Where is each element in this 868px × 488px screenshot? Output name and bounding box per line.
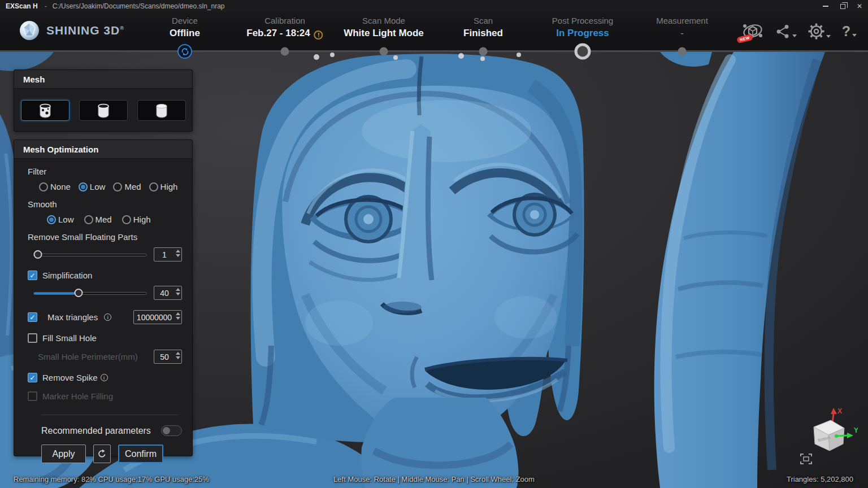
mesh-panel-title: Mesh (14, 70, 192, 89)
spinner-arrows[interactable] (176, 250, 180, 257)
max-triangles-label: Max triangles (47, 312, 98, 322)
max-triangles-info-icon[interactable]: i (104, 313, 111, 321)
gizmo-y-label: Y (854, 426, 858, 434)
fill-small-hole-checkbox[interactable] (28, 333, 37, 343)
fill-small-hole-label: Fill Small Hole (42, 333, 97, 343)
calibration-dot[interactable] (281, 47, 289, 56)
simplification-row[interactable]: ✓ Simplification (28, 271, 192, 280)
reset-button[interactable] (93, 445, 111, 463)
remove-floating-parts-label: Remove Small Floating Parts (28, 232, 192, 242)
cylinder-closed-icon (152, 102, 171, 119)
smooth-high-radio[interactable]: High (122, 215, 151, 224)
mesh-type-watertight-button[interactable] (137, 100, 186, 121)
radio-icon (113, 182, 122, 191)
marker-hole-filling-label: Marker Hole Filling (42, 391, 113, 401)
share-button[interactable] (775, 24, 797, 39)
spin-down-icon[interactable] (176, 293, 180, 295)
cylinder-open-icon (94, 102, 113, 119)
mesh-type-unwatertight-button[interactable] (21, 100, 70, 121)
settings-caret-icon (826, 35, 831, 38)
mesh-type-semi-watertight-button[interactable] (79, 100, 128, 121)
recommended-parameters-toggle[interactable] (161, 425, 182, 436)
file-path: C:/Users/Joakim/Documents/Scans/dmeo/dme… (53, 2, 225, 10)
floating-parts-slider[interactable] (33, 250, 147, 259)
apply-button[interactable]: Apply (41, 445, 86, 463)
settings-button[interactable] (808, 23, 831, 40)
slider-knob[interactable] (75, 289, 83, 297)
max-triangles-value[interactable] (133, 310, 182, 324)
workflow-step-device[interactable]: Device Offline (170, 16, 200, 39)
spin-up-icon[interactable] (176, 250, 180, 252)
max-triangles-input[interactable] (133, 310, 182, 324)
workflow-step-post-processing[interactable]: Post Processing In Progress (552, 16, 613, 39)
measurement-dot[interactable] (678, 47, 687, 56)
max-triangles-row: ✓ Max triangles i (28, 310, 182, 324)
recommended-parameters-label: Recommended parameters (41, 426, 151, 436)
smooth-low-radio[interactable]: Low (47, 215, 74, 224)
orientation-gizmo[interactable]: X Bottom Y (801, 407, 858, 460)
simplification-checkbox[interactable]: ✓ (28, 271, 37, 280)
max-triangles-checkbox[interactable]: ✓ (28, 312, 37, 322)
confirm-button[interactable]: Confirm (118, 445, 163, 463)
radio-label: Med (96, 215, 112, 224)
remove-spike-row[interactable]: ✓ Remove Spike i (28, 373, 192, 382)
slider-knob[interactable] (34, 250, 42, 259)
remove-spike-checkbox[interactable]: ✓ (28, 373, 37, 382)
floating-parts-value[interactable] (154, 247, 182, 262)
step-value: In Progress (552, 28, 613, 39)
radio-label: High (160, 182, 178, 191)
spin-up-icon[interactable] (176, 352, 180, 355)
post-processing-dot[interactable] (575, 43, 591, 60)
brand-name: SHINING 3D® (46, 24, 124, 37)
navigation-cube: X Bottom Y (801, 407, 858, 457)
filter-none-radio[interactable]: None (39, 182, 71, 191)
minimize-icon (823, 6, 828, 7)
small-hole-perimeter-row: Small Hole Perimeter(mm) (38, 350, 182, 364)
workflow-step-calibration[interactable]: Calibration Feb.27 - 18:24! (246, 16, 323, 40)
globe-logo-icon (19, 20, 40, 41)
spin-down-icon[interactable] (176, 254, 180, 257)
spin-down-icon[interactable] (176, 317, 180, 320)
filter-med-radio[interactable]: Med (113, 182, 141, 191)
filter-low-radio[interactable]: Low (79, 182, 106, 191)
minimize-button[interactable] (817, 0, 834, 12)
community-button[interactable]: NEW (741, 21, 764, 41)
spin-up-icon[interactable] (176, 312, 180, 315)
smooth-med-radio[interactable]: Med (84, 215, 112, 224)
small-hole-perimeter-value[interactable] (154, 350, 182, 364)
toggle-knob (163, 427, 170, 434)
scan-dot[interactable] (479, 47, 488, 56)
scan-mode-dot[interactable] (380, 47, 388, 56)
simplification-value[interactable] (154, 286, 182, 300)
fill-small-hole-row[interactable]: Fill Small Hole (28, 333, 192, 343)
spin-up-icon[interactable] (176, 288, 180, 291)
simplification-slider[interactable] (33, 289, 147, 298)
spinner-arrows[interactable] (176, 352, 180, 359)
spinner-arrows[interactable] (176, 288, 180, 295)
restore-button[interactable] (834, 0, 851, 12)
radio-label: Med (124, 182, 141, 191)
spinner-arrows[interactable] (176, 312, 180, 320)
remove-spike-info-icon[interactable]: i (101, 374, 108, 381)
step-value: Feb.27 - 18:24! (246, 28, 323, 40)
radio-icon (79, 182, 88, 191)
close-button[interactable]: ✕ (851, 0, 868, 12)
radio-icon (47, 215, 56, 224)
brand-logo: SHINING 3D® (19, 20, 124, 41)
new-badge: NEW (736, 34, 753, 43)
filter-high-radio[interactable]: High (149, 182, 178, 191)
step-value: Offline (170, 28, 200, 39)
mouse-hint-status: Left Mouse: Rotate | Middle Mouse: Pan |… (333, 475, 535, 483)
workflow-step-measurement[interactable]: Measurement - (656, 16, 708, 39)
workflow-step-scan-mode[interactable]: Scan Mode White Light Mode (344, 16, 424, 39)
step-label: Scan (463, 16, 503, 25)
device-sync-dot[interactable] (177, 44, 192, 59)
spin-down-icon[interactable] (176, 356, 180, 359)
radio-icon (149, 182, 158, 191)
title-bar: EXScan H - C:/Users/Joakim/Documents/Sca… (0, 0, 868, 12)
workflow-step-scan[interactable]: Scan Finished (463, 16, 503, 39)
top-nav-bar: SHINING 3D® Device Offline Calibration F… (0, 12, 868, 52)
marker-hole-filling-checkbox[interactable] (28, 391, 37, 401)
radio-icon (122, 215, 131, 224)
help-button[interactable]: ? (842, 24, 857, 38)
